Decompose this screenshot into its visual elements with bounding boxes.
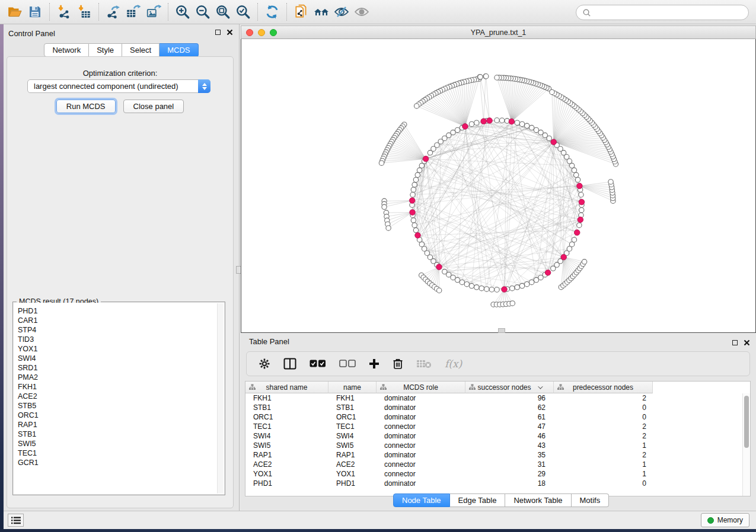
save-session-button[interactable] — [25, 2, 45, 22]
tab-node-table[interactable]: Node Table — [393, 493, 450, 507]
node-table-body[interactable]: FKH1FKH1dominator962STB1STB1dominator620… — [245, 393, 742, 496]
close-panel-button[interactable]: Close panel — [123, 100, 184, 113]
optimization-criterion-select[interactable]: largest connected component (undirected) — [27, 79, 210, 93]
tab-edge-table[interactable]: Edge Table — [450, 493, 506, 507]
show-task-history-button[interactable] — [8, 514, 24, 527]
table-scrollbar-thumb[interactable] — [744, 396, 749, 448]
table-row[interactable]: TEC1TEC1connector472 — [245, 422, 742, 431]
column-header-shared-name[interactable]: shared name — [245, 382, 328, 393]
table-row[interactable]: PHD1PHD1dominator180 — [245, 479, 742, 488]
result-list-item[interactable]: ORC1 — [18, 411, 224, 420]
result-list-item[interactable]: SWI4 — [18, 354, 224, 363]
table-row[interactable]: SWI5SWI5connector431 — [245, 441, 742, 450]
run-mcds-button[interactable]: Run MCDS — [56, 100, 116, 113]
result-list-item[interactable]: YOX1 — [18, 344, 224, 354]
result-list-item[interactable]: PHD1 — [18, 306, 224, 316]
result-list-item[interactable]: TEC1 — [18, 448, 224, 458]
mcds-dominator-node[interactable] — [410, 210, 416, 216]
mcds-dominator-node[interactable] — [436, 264, 442, 270]
close-panel-icon[interactable] — [744, 339, 750, 346]
open-session-button[interactable] — [5, 2, 25, 22]
result-list-item[interactable]: STB1 — [18, 430, 224, 439]
search-input[interactable] — [595, 8, 742, 17]
result-list-item[interactable]: SRD1 — [18, 363, 224, 373]
memory-button[interactable]: Memory — [701, 513, 749, 527]
result-list-item[interactable]: RAP1 — [18, 420, 224, 430]
mcds-dominator-node[interactable] — [409, 198, 415, 204]
refresh-button[interactable] — [262, 2, 282, 22]
hide-selected-button[interactable] — [331, 2, 352, 22]
column-header-predecessor-nodes[interactable]: predecessor nodes — [554, 382, 653, 393]
table-row[interactable]: ORC1ORC1dominator610 — [245, 412, 742, 422]
mcds-dominator-node[interactable] — [502, 287, 508, 293]
mcds-dominator-node[interactable] — [415, 232, 421, 238]
tab-style[interactable]: Style — [89, 43, 122, 57]
network-canvas[interactable] — [241, 39, 756, 333]
import-network-button[interactable] — [54, 2, 74, 22]
mcds-dominator-node[interactable] — [545, 270, 551, 275]
table-row[interactable]: YOX1YOX1connector291 — [245, 469, 742, 479]
result-list-item[interactable]: GCR1 — [18, 458, 224, 467]
select-all-columns-button[interactable] — [310, 360, 326, 368]
mcds-dominator-node[interactable] — [579, 199, 585, 205]
close-panel-icon[interactable] — [227, 29, 233, 36]
export-image-button[interactable] — [143, 2, 164, 22]
mcds-dominator-node[interactable] — [509, 118, 515, 124]
column-header-name[interactable]: name — [328, 382, 377, 393]
import-table-button[interactable] — [74, 2, 94, 22]
export-table-button[interactable] — [123, 2, 143, 22]
tab-network-table[interactable]: Network Table — [505, 493, 571, 507]
mcds-dominator-node[interactable] — [574, 230, 580, 236]
mcds-dominator-node[interactable] — [577, 183, 583, 189]
tab-motifs[interactable]: Motifs — [572, 493, 610, 507]
mcds-dominator-node[interactable] — [481, 118, 487, 124]
result-list-item[interactable]: PMA2 — [18, 373, 224, 382]
result-list-item[interactable]: CAR1 — [18, 316, 224, 325]
show-all-button[interactable] — [352, 2, 372, 22]
zoom-out-button[interactable] — [193, 2, 213, 22]
result-list-item[interactable]: TID3 — [18, 335, 224, 344]
delete-column-button[interactable] — [393, 358, 403, 370]
mcds-dominator-node[interactable] — [551, 139, 557, 145]
tab-mcds[interactable]: MCDS — [160, 43, 198, 57]
deselect-all-columns-button[interactable] — [339, 360, 356, 368]
search-field[interactable] — [576, 5, 749, 20]
column-header-mcds-role[interactable]: MCDS role — [377, 382, 465, 393]
result-list-item[interactable]: ACE2 — [18, 392, 224, 401]
mcds-result-list[interactable]: PHD1CAR1STP4TID3YOX1SWI4SRD1PMA2FKH1ACE2… — [14, 303, 224, 494]
zoom-in-button[interactable] — [173, 2, 193, 22]
show-columns-button[interactable] — [283, 358, 296, 370]
first-neighbors-button[interactable] — [311, 2, 331, 22]
tab-network[interactable]: Network — [44, 43, 89, 57]
result-list-item[interactable]: FKH1 — [18, 382, 224, 392]
network-window-titlebar[interactable]: YPA_prune.txt_1 — [241, 25, 756, 39]
mcds-dominator-node[interactable] — [487, 118, 493, 124]
network-graph[interactable] — [241, 39, 755, 332]
tab-select[interactable]: Select — [122, 43, 160, 57]
create-column-button[interactable] — [369, 358, 379, 369]
table-row[interactable]: SWI4SWI4dominator462 — [245, 431, 742, 441]
result-list-scrollbar[interactable] — [217, 303, 224, 493]
vertical-splitter-handle[interactable] — [498, 328, 505, 333]
table-row[interactable]: ACE2ACE2connector311 — [245, 460, 742, 469]
table-row[interactable]: FKH1FKH1dominator962 — [245, 393, 742, 403]
result-list-item[interactable]: SWI5 — [18, 439, 224, 448]
new-network-from-selection-button[interactable] — [291, 2, 311, 22]
table-cell: dominator — [377, 450, 465, 460]
mcds-dominator-node[interactable] — [423, 156, 429, 162]
result-list-item[interactable]: STP4 — [18, 325, 224, 335]
table-row[interactable]: RAP1RAP1dominator352 — [245, 450, 742, 460]
table-row[interactable]: STB1STB1dominator620 — [245, 403, 742, 412]
zoom-fit-button[interactable] — [213, 2, 233, 22]
mcds-dominator-node[interactable] — [561, 254, 567, 260]
float-panel-icon[interactable] — [732, 340, 738, 345]
mcds-dominator-node[interactable] — [578, 217, 583, 223]
float-panel-icon[interactable] — [215, 30, 221, 35]
result-list-item[interactable]: STB5 — [18, 401, 224, 411]
table-scrollbar[interactable] — [742, 393, 750, 496]
export-network-button[interactable] — [103, 2, 123, 22]
column-header-successor-nodes[interactable]: successor nodes — [465, 382, 554, 393]
table-options-button[interactable] — [259, 358, 270, 370]
mcds-dominator-node[interactable] — [462, 124, 468, 130]
zoom-selected-button[interactable] — [233, 2, 253, 22]
